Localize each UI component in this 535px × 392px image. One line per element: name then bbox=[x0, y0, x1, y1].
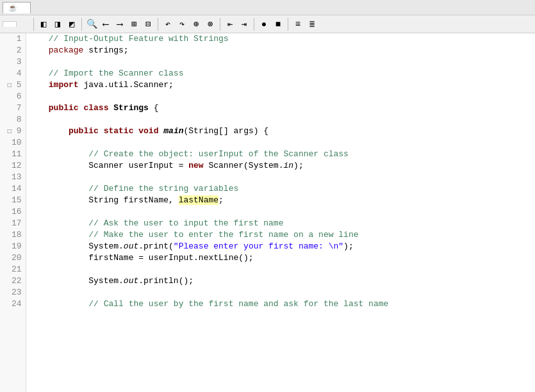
code-segment: public bbox=[29, 103, 79, 113]
code-segment: ; bbox=[218, 195, 224, 205]
line-num-label-8: 8 bbox=[14, 114, 26, 126]
toolbar-btn-17[interactable]: ≡ bbox=[291, 17, 305, 31]
line-num-label-14: 14 bbox=[9, 183, 26, 195]
toolbar-separator-3 bbox=[158, 18, 158, 31]
line-number-12: 12 bbox=[0, 160, 26, 172]
toolbar-btn-18[interactable]: ≣ bbox=[305, 17, 319, 31]
toolbar-btn-7[interactable]: ⊞ bbox=[127, 17, 141, 31]
code-segment: // Input-Output Feature with Strings bbox=[29, 34, 229, 44]
toolbar-btn-15[interactable]: ● bbox=[257, 17, 271, 31]
toolbar-btn-8[interactable]: ⊟ bbox=[141, 17, 155, 31]
code-line-21 bbox=[29, 264, 535, 275]
toolbar-separator-1 bbox=[33, 18, 34, 31]
fold-marker-16 bbox=[0, 206, 9, 218]
line-number-5: □5 bbox=[0, 79, 26, 91]
line-num-label-20: 20 bbox=[9, 252, 26, 264]
line-number-21: 21 bbox=[0, 264, 26, 275]
line-number-19: 19 bbox=[0, 241, 26, 252]
code-line-19: System.out.print("Please enter your firs… bbox=[29, 241, 535, 252]
code-segment: lastName bbox=[179, 195, 218, 205]
code-segment: // Create the object: userInput of the S… bbox=[29, 149, 349, 159]
fold-marker-7 bbox=[5, 102, 14, 114]
line-number-3: 3 bbox=[0, 56, 26, 68]
line-number-9: □9 bbox=[0, 126, 26, 137]
line-number-7: 7 bbox=[0, 102, 26, 114]
line-num-label-17: 17 bbox=[9, 218, 26, 229]
line-number-10: 10 bbox=[0, 137, 26, 149]
line-number-6: 6 bbox=[0, 91, 26, 102]
toolbar-btn-6[interactable]: ⟶ bbox=[113, 17, 127, 31]
line-number-14: 14 bbox=[0, 183, 26, 195]
fold-marker-1 bbox=[5, 33, 14, 45]
line-num-label-12: 12 bbox=[9, 160, 26, 172]
code-segment: "Please enter your first name: \n" bbox=[174, 241, 343, 251]
toolbar-btn-14[interactable]: ⇥ bbox=[237, 17, 251, 31]
line-number-23: 23 bbox=[0, 287, 26, 298]
code-segment: ); bbox=[293, 161, 304, 170]
line-num-label-5: 5 bbox=[14, 79, 26, 91]
code-segment: System. bbox=[29, 276, 124, 286]
fold-marker-2 bbox=[5, 45, 14, 56]
toolbar-btn-2[interactable]: ◨ bbox=[51, 17, 65, 31]
toolbar-btn-5[interactable]: ⟵ bbox=[99, 17, 113, 31]
code-line-1: // Input-Output Feature with Strings bbox=[29, 33, 535, 45]
line-num-label-2: 2 bbox=[14, 45, 26, 56]
file-tab[interactable]: ☕ bbox=[3, 2, 31, 13]
fold-marker-5[interactable]: □ bbox=[5, 79, 14, 91]
toolbar-btn-1[interactable]: ◧ bbox=[37, 17, 51, 31]
toolbar-btn-12[interactable]: ⊗ bbox=[203, 17, 217, 31]
fold-marker-17 bbox=[0, 218, 9, 229]
code-segment: in bbox=[283, 161, 293, 170]
code-segment: // Call the user by the first name and a… bbox=[29, 299, 389, 309]
code-area[interactable]: // Input-Output Feature with Strings pac… bbox=[26, 33, 535, 392]
code-line-13 bbox=[29, 172, 535, 183]
code-line-10 bbox=[29, 137, 535, 149]
code-line-9: public static void main(String[] args) { bbox=[29, 126, 535, 137]
history-tab[interactable] bbox=[17, 21, 31, 27]
code-segment: String firstName, bbox=[29, 195, 179, 205]
code-segment: Scanner userInput = bbox=[29, 161, 189, 170]
line-number-17: 17 bbox=[0, 218, 26, 229]
line-number-22: 22 bbox=[0, 275, 26, 287]
toolbar-btn-11[interactable]: ⊕ bbox=[189, 17, 203, 31]
toolbar-btn-4[interactable]: 🔍 bbox=[85, 17, 99, 31]
toolbar-btn-16[interactable]: ■ bbox=[271, 17, 285, 31]
code-segment: System. bbox=[29, 241, 124, 251]
line-num-label-1: 1 bbox=[14, 33, 26, 45]
line-num-label-6: 6 bbox=[14, 91, 26, 102]
line-num-label-15: 15 bbox=[9, 195, 26, 206]
code-line-20: firstName = userInput.nextLine(); bbox=[29, 252, 535, 264]
code-segment: firstName = userInput.nextLine(); bbox=[29, 253, 254, 263]
toolbar-btn-3[interactable]: ◩ bbox=[65, 17, 79, 31]
toolbar-btn-13[interactable]: ⇤ bbox=[223, 17, 237, 31]
line-num-label-11: 11 bbox=[9, 149, 26, 160]
source-tab[interactable] bbox=[3, 21, 17, 27]
code-line-6 bbox=[29, 91, 535, 102]
line-number-13: 13 bbox=[0, 172, 26, 183]
fold-marker-9[interactable]: □ bbox=[5, 126, 14, 137]
code-segment: strings; bbox=[83, 45, 128, 55]
code-segment: java.util.Scanner; bbox=[79, 80, 174, 90]
toolbar: ◧ ◨ ◩ 🔍 ⟵ ⟶ ⊞ ⊟ ↶ ↷ ⊕ ⊗ ⇤ ⇥ ● ■ ≡ ≣ bbox=[0, 15, 535, 33]
code-segment: Scanner(System. bbox=[204, 161, 284, 170]
fold-marker-4 bbox=[5, 68, 14, 79]
toolbar-btn-10[interactable]: ↷ bbox=[175, 17, 189, 31]
fold-marker-23 bbox=[0, 287, 9, 298]
line-numbers-panel: 1234□5678□910111213141516171819202122232… bbox=[0, 33, 26, 392]
code-segment: void bbox=[138, 126, 158, 136]
code-segment bbox=[99, 126, 104, 136]
code-segment: out bbox=[124, 276, 138, 286]
fold-marker-14 bbox=[0, 183, 9, 195]
fold-marker-12 bbox=[0, 160, 9, 172]
code-segment: // Define the string variables bbox=[29, 184, 239, 193]
code-segment: ); bbox=[343, 241, 354, 251]
code-line-23 bbox=[29, 287, 535, 298]
code-line-22: System.out.println(); bbox=[29, 275, 535, 287]
code-segment: // Make the user to enter the first name… bbox=[29, 230, 359, 240]
code-line-14: // Define the string variables bbox=[29, 183, 535, 195]
line-num-label-19: 19 bbox=[9, 241, 26, 252]
fold-marker-13 bbox=[0, 172, 9, 183]
toolbar-btn-9[interactable]: ↶ bbox=[161, 17, 175, 31]
line-num-label-24: 24 bbox=[9, 298, 26, 310]
code-line-2: package strings; bbox=[29, 45, 535, 56]
